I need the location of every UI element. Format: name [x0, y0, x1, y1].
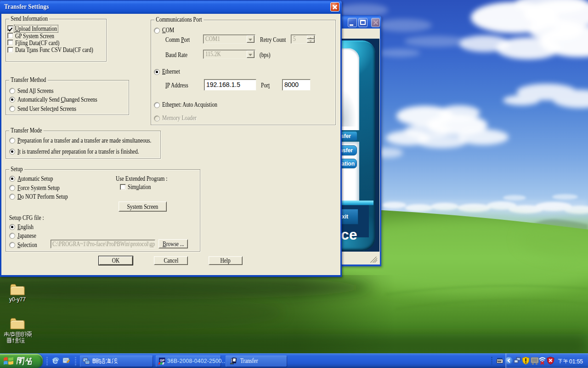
svg-text:GP: GP	[160, 359, 164, 362]
